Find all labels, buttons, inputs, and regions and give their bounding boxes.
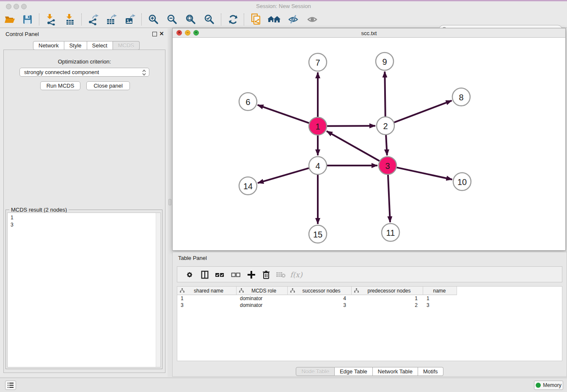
hide-graphics-details-icon[interactable] bbox=[286, 12, 300, 27]
cell-predecessor-nodes[interactable]: 2 bbox=[352, 302, 423, 309]
tab-node-table[interactable]: Node Table bbox=[296, 367, 335, 376]
svg-text:2: 2 bbox=[383, 121, 388, 131]
table-panel: Table Panel ✕ f(x) shared nameMCDS roles… bbox=[172, 252, 567, 377]
graph-node-10[interactable]: 10 bbox=[453, 173, 471, 190]
tab-network-table[interactable]: Network Table bbox=[373, 367, 418, 376]
network-window-titlebar[interactable]: ✕ − + scc.txt bbox=[173, 28, 565, 38]
column-header-shared-name[interactable]: shared name bbox=[177, 287, 237, 295]
run-mcds-button[interactable]: Run MCDS bbox=[40, 81, 80, 90]
control-panel-tabs: NetworkStyleSelectMCDS bbox=[33, 41, 140, 50]
tab-mcds[interactable]: MCDS bbox=[113, 41, 140, 50]
toolbar-separator bbox=[141, 14, 142, 25]
open-session-icon[interactable] bbox=[3, 12, 17, 27]
network-graph-canvas[interactable]: 1234678910111415 bbox=[173, 38, 565, 251]
tab-motifs[interactable]: Motifs bbox=[418, 367, 443, 376]
edge-2-8[interactable] bbox=[394, 101, 452, 123]
edge-1-2[interactable] bbox=[327, 126, 375, 126]
home-icon[interactable] bbox=[267, 12, 282, 27]
zoom-fit-icon[interactable] bbox=[184, 12, 198, 27]
cell-successor-nodes[interactable]: 4 bbox=[288, 295, 352, 302]
graph-node-7[interactable]: 7 bbox=[309, 53, 327, 71]
settings-gear-icon[interactable] bbox=[184, 269, 195, 281]
export-network-icon[interactable] bbox=[85, 12, 100, 27]
tab-select[interactable]: Select bbox=[87, 41, 113, 50]
chevron-updown-icon bbox=[142, 69, 146, 76]
graph-node-15[interactable]: 15 bbox=[309, 225, 327, 243]
tab-network[interactable]: Network bbox=[33, 41, 64, 50]
float-panel-icon[interactable] bbox=[152, 32, 157, 36]
cell-shared-name[interactable]: 3 bbox=[177, 302, 237, 309]
optimization-criterion-label: Optimization criterion: bbox=[4, 58, 165, 65]
table-row[interactable]: 1dominator411 bbox=[177, 295, 562, 302]
cell-shared-name[interactable]: 1 bbox=[177, 295, 237, 302]
cell-name[interactable]: 1 bbox=[423, 295, 457, 302]
cell-MCDS-role[interactable]: dominator bbox=[237, 295, 288, 302]
delete-row-icon[interactable] bbox=[260, 269, 272, 281]
memory-button[interactable]: Memory bbox=[534, 381, 563, 390]
add-row-icon[interactable] bbox=[245, 269, 257, 281]
svg-text:7: 7 bbox=[315, 58, 320, 67]
zoom-out-icon[interactable] bbox=[165, 12, 179, 27]
cell-MCDS-role[interactable]: dominator bbox=[237, 302, 288, 309]
toolbar-separator bbox=[221, 14, 221, 25]
svg-text:4: 4 bbox=[315, 161, 320, 171]
svg-text:14: 14 bbox=[243, 182, 253, 191]
import-table-icon[interactable] bbox=[63, 12, 77, 27]
export-image-icon[interactable] bbox=[123, 12, 137, 27]
delete-table-icon bbox=[275, 269, 287, 281]
edge-2-9[interactable] bbox=[385, 72, 385, 116]
mcds-result-title: MCDS result (2 nodes) bbox=[9, 207, 69, 213]
memory-status-icon bbox=[536, 383, 541, 388]
close-panel-icon[interactable]: ✕ bbox=[159, 30, 165, 37]
close-panel-button[interactable]: Close panel bbox=[86, 81, 130, 90]
show-graphics-details-icon[interactable] bbox=[305, 12, 319, 27]
edge-3-11[interactable] bbox=[388, 175, 390, 222]
tab-edge-table[interactable]: Edge Table bbox=[335, 367, 373, 376]
edge-3-10[interactable] bbox=[397, 168, 452, 179]
tab-style[interactable]: Style bbox=[64, 41, 87, 50]
graph-node-14[interactable]: 14 bbox=[239, 177, 257, 195]
refresh-icon[interactable] bbox=[226, 12, 240, 27]
table-row[interactable]: 3dominator323 bbox=[177, 302, 562, 309]
graph-node-2[interactable]: 2 bbox=[377, 117, 394, 135]
graph-node-8[interactable]: 8 bbox=[452, 88, 470, 106]
edge-4-14[interactable] bbox=[258, 168, 309, 183]
clone-network-icon[interactable] bbox=[249, 12, 263, 27]
graph-node-4[interactable]: 4 bbox=[309, 157, 327, 174]
result-scrollbar[interactable] bbox=[156, 213, 160, 367]
column-header-successor-nodes[interactable]: successor nodes bbox=[288, 287, 352, 295]
save-session-icon[interactable] bbox=[20, 12, 35, 27]
graph-node-11[interactable]: 11 bbox=[382, 224, 399, 241]
titlebar: Session: New Session bbox=[0, 1, 567, 11]
vertical-split-handle[interactable] bbox=[168, 199, 171, 205]
mcds-result-area[interactable]: 1 3 bbox=[7, 213, 161, 367]
mcds-result-group: MCDS result (2 nodes) 1 3 bbox=[6, 210, 162, 369]
cell-successor-nodes[interactable]: 3 bbox=[288, 302, 352, 309]
column-header-name[interactable]: name bbox=[423, 287, 457, 295]
edge-2-3[interactable] bbox=[386, 135, 387, 155]
cell-name[interactable]: 3 bbox=[423, 302, 457, 309]
optimization-criterion-value: strongly connected component bbox=[24, 69, 99, 75]
task-history-button[interactable] bbox=[5, 381, 16, 390]
edge-3-1[interactable] bbox=[327, 131, 380, 161]
graph-node-6[interactable]: 6 bbox=[239, 93, 257, 110]
column-header-MCDS-role[interactable]: MCDS role bbox=[237, 287, 288, 295]
graph-node-9[interactable]: 9 bbox=[376, 52, 394, 70]
table-toolbar: f(x) bbox=[177, 266, 562, 282]
deselect-all-icon[interactable] bbox=[230, 269, 242, 281]
window-title: Session: New Session bbox=[0, 3, 567, 9]
optimization-criterion-select[interactable]: strongly connected component bbox=[19, 68, 149, 77]
svg-text:15: 15 bbox=[313, 230, 322, 239]
graph-node-1[interactable]: 1 bbox=[309, 117, 327, 135]
cell-predecessor-nodes[interactable]: 1 bbox=[352, 295, 423, 302]
svg-text:9: 9 bbox=[382, 57, 387, 66]
edge-1-6[interactable] bbox=[258, 105, 309, 123]
export-table-icon[interactable] bbox=[104, 12, 118, 27]
import-network-icon[interactable] bbox=[43, 12, 58, 27]
zoom-in-icon[interactable] bbox=[146, 12, 161, 27]
select-all-icon[interactable] bbox=[214, 269, 226, 281]
graph-node-3[interactable]: 3 bbox=[379, 157, 396, 174]
show-columns-icon[interactable] bbox=[199, 269, 211, 281]
zoom-selected-icon[interactable] bbox=[202, 12, 217, 27]
column-header-predecessor-nodes[interactable]: predecessor nodes bbox=[352, 287, 423, 295]
